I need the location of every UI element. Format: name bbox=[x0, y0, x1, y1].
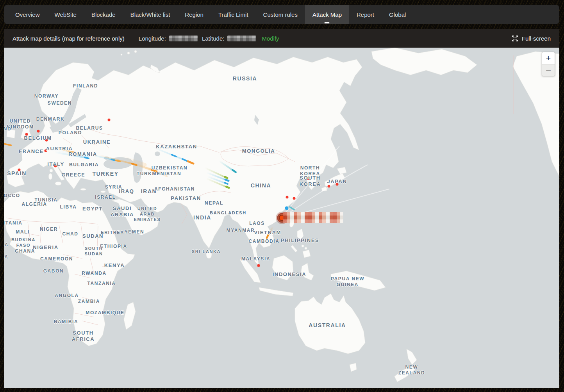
tab-black-white-list[interactable]: Black/White list bbox=[123, 5, 178, 24]
map-label-sweden: SWEDEN bbox=[48, 100, 72, 106]
map-label-south-sudan: SOUTH SUDAN bbox=[84, 246, 103, 257]
tab-overview[interactable]: Overview bbox=[8, 5, 47, 24]
page-title: Attack map details (map for reference on… bbox=[12, 35, 125, 42]
tab-global[interactable]: Global bbox=[382, 5, 413, 24]
map-label-ukraine: UKRAINE bbox=[83, 139, 111, 145]
map-label-south-africa: SOUTH AFRICA bbox=[72, 330, 95, 343]
attack-trail-0 bbox=[4, 144, 11, 145]
map-label-afghanistan: AFGHANISTAN bbox=[154, 186, 195, 192]
attack-trail-21 bbox=[225, 177, 227, 178]
tab-report[interactable]: Report bbox=[349, 5, 382, 24]
tab-custom-rules[interactable]: Custom rules bbox=[256, 5, 305, 24]
attack-source-dot-8 bbox=[328, 185, 330, 188]
map-label-ethiopia: ETHIOPIA bbox=[100, 244, 127, 249]
map-label-namibia: NAMIBIA bbox=[54, 319, 79, 325]
map-label-chad: CHAD bbox=[62, 231, 78, 237]
map-label-angola: ANGOLA bbox=[55, 293, 79, 299]
longitude-value-redacted bbox=[169, 36, 198, 41]
map-label-guinea: GUINEA bbox=[4, 242, 9, 248]
map-label-mongolia: MONGOLIA bbox=[242, 148, 275, 154]
map-label-israel: ISRAEL bbox=[95, 194, 116, 200]
fullscreen-button[interactable]: Full-screen bbox=[512, 35, 551, 42]
map-label-denmark: DENMARK bbox=[36, 116, 65, 122]
modify-link[interactable]: Modify bbox=[262, 35, 279, 42]
map-label-japan: JAPAN bbox=[327, 178, 347, 185]
map-label-kazakhstan: KAZAKHSTAN bbox=[156, 144, 197, 150]
map-label-zambia: ZAMBIA bbox=[78, 299, 100, 305]
map-label-uzbekistan: UZBEKISTAN bbox=[152, 165, 187, 171]
map-label-ghana: GHANA bbox=[15, 248, 35, 254]
map-label-yemen: YEMEN bbox=[125, 229, 145, 235]
map-label-philippines: PHILIPPINES bbox=[281, 237, 319, 244]
map-label-cameroon: CAMEROON bbox=[40, 256, 73, 262]
map-label-sudan: SUDAN bbox=[82, 233, 104, 239]
map-label-belgium: BELGIUM bbox=[24, 135, 52, 141]
latitude-value-redacted bbox=[227, 36, 256, 41]
map-label-niger: NIGER bbox=[40, 226, 58, 232]
world-attack-map[interactable]: RUSSIAFINLANDNORWAYSWEDENDENMARKUNITED K… bbox=[4, 48, 559, 388]
attack-source-dot-10 bbox=[286, 196, 289, 199]
tab-blockade[interactable]: Blockade bbox=[84, 5, 123, 24]
fullscreen-icon bbox=[512, 35, 518, 42]
map-label-egypt: EGYPT bbox=[82, 206, 103, 212]
tab-traffic-limit[interactable]: Traffic Limit bbox=[211, 5, 256, 24]
map-label-eritrea: ERITREA bbox=[101, 230, 124, 235]
tab-region[interactable]: Region bbox=[177, 5, 211, 24]
attack-source-dot-6 bbox=[108, 119, 111, 121]
attack-source-dot-1 bbox=[37, 130, 40, 133]
tab-bar: OverviewWebSiteBlockadeBlack/White listR… bbox=[4, 5, 559, 24]
map-label-indonesia: INDONESIA bbox=[273, 271, 307, 278]
map-label-nigeria: NIGERIA bbox=[33, 244, 58, 251]
map-label-india: INDIA bbox=[193, 214, 211, 221]
map-label-italy: ITALY bbox=[47, 161, 64, 167]
longitude-label: Longitude: bbox=[139, 35, 166, 42]
map-label-nepal: NEPAL bbox=[205, 200, 223, 206]
map-toolbar: Attack map details (map for reference on… bbox=[4, 29, 559, 48]
map-label-algeria: ALGERIA bbox=[21, 201, 47, 207]
map-label-finland: FINLAND bbox=[73, 83, 98, 89]
map-label-bulgaria: BULGARIA bbox=[69, 162, 99, 168]
tab-attack-map[interactable]: Attack Map bbox=[305, 5, 349, 24]
map-toolbar-left: Attack map details (map for reference on… bbox=[12, 35, 279, 42]
map-label-south-korea: SOUTH KOREA bbox=[300, 175, 321, 188]
map-label-france: FRANCE bbox=[19, 148, 44, 155]
map-label-ireland: IRELAND bbox=[4, 126, 11, 132]
map-label-saudi-arabia: SAUDI ARABIA bbox=[111, 205, 134, 218]
attack-source-dot-11 bbox=[293, 197, 296, 200]
map-label-morocco: MOROCCO bbox=[4, 193, 20, 199]
latitude-label: Latitude: bbox=[202, 35, 225, 42]
attack-trail-23 bbox=[225, 180, 228, 181]
map-label-russia: RUSSIA bbox=[233, 75, 257, 82]
map-label-malaysia: MALAYSIA bbox=[241, 256, 270, 262]
map-label-romania: ROMANIA bbox=[68, 151, 97, 157]
map-label-laos: LAOS bbox=[249, 221, 265, 226]
map-label-papua-new-guinea: PAPUA NEW GUINEA bbox=[331, 276, 364, 288]
map-label-kenya: KENYA bbox=[104, 262, 125, 269]
map-label-mauritania: MAURITANIA bbox=[4, 220, 23, 226]
attack-source-dot-12 bbox=[257, 264, 260, 267]
fullscreen-label: Full-screen bbox=[522, 35, 551, 42]
attack-source-dot-13 bbox=[285, 207, 289, 210]
zoom-out-button[interactable]: − bbox=[542, 64, 555, 76]
target-label-redacted bbox=[283, 212, 343, 223]
map-label-new-zealand: NEW ZEALAND bbox=[398, 364, 425, 376]
map-label-mozambique: MOZAMBIQUE bbox=[86, 310, 124, 316]
map-label-libya: LIBYA bbox=[60, 204, 77, 210]
map-label-cambodia: CAMBODIA bbox=[249, 239, 280, 244]
map-label-mali: MALI bbox=[16, 229, 30, 235]
map-label-rwanda: RWANDA bbox=[82, 271, 106, 276]
map-label-turkey: TURKEY bbox=[92, 171, 118, 178]
map-label-sri-lanka: SRI LANKA bbox=[192, 249, 221, 255]
map-label-tanzania: TANZANIA bbox=[87, 281, 116, 287]
map-label-turkmenistan: TURKMENISTAN bbox=[137, 171, 181, 177]
map-label-poland: POLAND bbox=[59, 130, 82, 136]
map-label-vietnam: VIETNAM bbox=[254, 230, 281, 236]
map-label-china: CHINA bbox=[251, 182, 271, 189]
attack-trail-27 bbox=[226, 187, 229, 188]
zoom-in-button[interactable]: + bbox=[542, 52, 555, 64]
attack-trail-25 bbox=[225, 183, 228, 184]
map-label-pakistan: PAKISTAN bbox=[171, 195, 201, 201]
map-label-united-arab-emirates: UNITED ARAB EMIRATES bbox=[134, 206, 161, 222]
tab-website[interactable]: WebSite bbox=[47, 5, 84, 24]
map-label-norway: NORWAY bbox=[34, 93, 59, 99]
